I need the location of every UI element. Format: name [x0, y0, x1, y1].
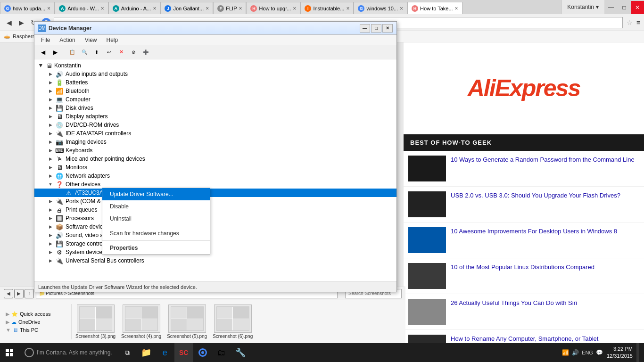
tab-close-btn[interactable]: × [455, 5, 458, 12]
bookmark-star[interactable]: ☆ [627, 19, 633, 26]
browser-tab-8[interactable]: HHow to Take...× [407, 2, 462, 14]
dm-tree-item[interactable]: ▶ 💻 Computer [34, 95, 396, 104]
dm-tree-item[interactable]: ▶ 🖱 Mice and other pointing devices [34, 155, 396, 163]
dm-tree-item[interactable]: ▶ 🔌 IDE ATA/ATAPI controllers [34, 129, 396, 138]
browser-tab-6[interactable]: IInstructable...× [300, 2, 354, 14]
minimize-btn[interactable]: — [604, 1, 618, 14]
task-view-btn[interactable]: ⧉ [118, 343, 137, 362]
quick-access-item[interactable]: ▶ ⭐ Quick access [6, 311, 67, 317]
ctx-item-0[interactable]: Update Driver Software... [102, 188, 210, 200]
dm-tree-item[interactable]: ▼ ❓ Other devices [34, 180, 396, 189]
fe-forward-btn[interactable]: ▶ [14, 289, 24, 298]
dm-menu-help[interactable]: Help [102, 36, 123, 44]
tab-close-btn[interactable]: × [206, 5, 209, 12]
dm-properties-tool[interactable]: 📋 [66, 47, 78, 58]
dm-tree-item[interactable]: ▶ 🌐 Network adapters [34, 172, 396, 180]
dm-tree-item[interactable]: ▶ 🔊 Sound, video ar... [34, 231, 396, 239]
file-explorer-taskbar-btn[interactable]: 📁 [137, 343, 156, 362]
dm-tree-item[interactable]: ▶ ⌨ Keyboards [34, 146, 396, 155]
forward-btn[interactable]: ▶ [16, 17, 26, 28]
dm-update-tool[interactable]: ⬆ [91, 47, 102, 58]
app-btn-5[interactable]: 🔧 [231, 343, 250, 362]
browser-tab-3[interactable]: JJon Gallant...× [160, 2, 213, 14]
tab-close-btn[interactable]: × [400, 5, 403, 12]
tab-close-btn[interactable]: × [346, 5, 349, 12]
browser-tab-1[interactable]: AArduino - W...× [55, 2, 108, 14]
onedrive-item[interactable]: ▶ ☁ OneDrive [6, 319, 67, 325]
dm-tree-item[interactable]: ▶ 🖥 Display adapters [34, 112, 396, 121]
dm-back-tool[interactable]: ◀ [37, 47, 49, 58]
dm-menu-file[interactable]: File [36, 36, 55, 44]
dm-scan-tool[interactable]: 🔍 [79, 47, 90, 58]
fe-back-btn[interactable]: ◀ [4, 289, 13, 298]
dm-tree-root[interactable]: ▶🖥Konstantin [34, 61, 396, 70]
browser-tab-4[interactable]: FFLIP× [213, 2, 246, 14]
dm-tree-item[interactable]: ▶ 📷 Imaging devices [34, 138, 396, 146]
ctx-item-6[interactable]: Properties [102, 242, 210, 254]
dm-tree-item[interactable]: ▶ 🔊 Audio inputs and outputs [34, 70, 396, 78]
dm-tree-item[interactable]: ▶ 🔌 Universal Serial Bus controllers [34, 256, 396, 265]
dm-menu-action[interactable]: Action [55, 36, 80, 44]
dm-menu-view[interactable]: View [80, 36, 102, 44]
screenshot-item[interactable]: Screenshot (5).png [167, 304, 207, 339]
tab-close-btn[interactable]: × [101, 5, 104, 12]
dm-restore-btn[interactable]: □ [371, 24, 381, 33]
edge-taskbar-btn[interactable]: e [156, 343, 174, 362]
back-btn[interactable]: ◀ [4, 17, 14, 28]
article-item[interactable]: 10 Ways to Generate a Random Password fr… [404, 151, 644, 187]
dm-tree-item[interactable]: ▶ 🔋 Batteries [34, 78, 396, 87]
screenshot-item[interactable]: Screenshot (6).png [213, 304, 253, 339]
time-display[interactable]: 3:22 PM 12/31/2015 [607, 346, 633, 360]
article-item[interactable]: 10 of the Most Popular Linux Distributio… [404, 258, 644, 294]
dm-tree-item[interactable]: ▶ 💾 Disk drives [34, 104, 396, 112]
dm-tree-item[interactable]: ▶ 🖥 Monitors [34, 163, 396, 172]
dm-tree-item[interactable]: ⚠ AT32UC3A DFU [34, 189, 396, 197]
tab-close-btn[interactable]: × [153, 5, 156, 12]
fe-up-btn[interactable]: ↑ [25, 289, 34, 298]
cortana-search[interactable]: I'm Cortana. Ask me anything. [19, 343, 118, 362]
dm-add-tool[interactable]: ➕ [140, 47, 151, 58]
dm-uninstall-tool[interactable]: ✕ [116, 47, 127, 58]
user-profile[interactable]: Konstantin ▾ [561, 0, 604, 14]
ctx-item-2[interactable]: Uninstall [102, 213, 210, 225]
ctx-item-4[interactable]: Scan for hardware changes [102, 227, 210, 239]
ctx-item-1[interactable]: Disable [102, 200, 210, 213]
chrome-taskbar-btn[interactable] [193, 343, 212, 362]
dm-forward-tool[interactable]: ▶ [50, 47, 61, 58]
dm-tree-item[interactable]: ▶ 📦 Software device [34, 222, 396, 231]
this-pc-item[interactable]: ▼ 🖥 This PC [6, 327, 67, 333]
dm-tree-item[interactable]: ▶ 📶 Bluetooth [34, 87, 396, 95]
browser-tab-7[interactable]: Gwindows 10...× [354, 2, 407, 14]
dm-tree-item[interactable]: ▶ 🔲 Processors [34, 214, 396, 222]
article-item[interactable]: USB 2.0 vs. USB 3.0: Should You Upgrade … [404, 187, 644, 222]
dm-tree-item[interactable]: ▶ 💿 DVD/CD-ROM drives [34, 121, 396, 129]
dm-tree-item[interactable]: ▶ ⚙ System devices [34, 248, 396, 256]
browser-tab-5[interactable]: HHow to upgr...× [246, 2, 300, 14]
dm-tree-item[interactable]: ▶ 🖨 Print queues [34, 206, 396, 214]
dm-close-btn[interactable]: ✕ [382, 24, 393, 33]
browser-close-btn[interactable]: ✕ [631, 1, 644, 14]
article-item[interactable]: 26 Actually Useful Things You Can Do wit… [404, 294, 644, 330]
article-item[interactable]: 10 Awesome Improvements For Desktop User… [404, 222, 644, 258]
screenshot-item[interactable]: Screenshot (3).png [75, 304, 116, 339]
dm-disable-tool[interactable]: ⊘ [128, 47, 139, 58]
dm-tree-item[interactable]: ▶ 🔌 Ports (COM & L... [34, 197, 396, 206]
app3-taskbar-btn[interactable]: SC [174, 343, 193, 362]
browser-tab-0[interactable]: Ghow to upda...× [0, 2, 55, 14]
dm-tree-item[interactable]: ▶ 💾 Storage controll... [34, 239, 396, 248]
tab-close-btn[interactable]: × [239, 5, 242, 12]
screenshot-item[interactable]: Screenshot (4).png [121, 304, 161, 339]
aliexpress-banner[interactable]: AliExpress [404, 42, 644, 134]
tab-close-btn[interactable]: × [47, 5, 50, 12]
menu-icon[interactable]: ≡ [636, 19, 640, 26]
show-desktop-btn[interactable] [636, 343, 639, 362]
context-menu: Update Driver Software...DisableUninstal… [102, 188, 210, 255]
dm-tree[interactable]: ▶🖥Konstantin ▶ 🔊 Audio inputs and output… [34, 59, 396, 281]
restore-btn[interactable]: □ [618, 1, 631, 14]
browser-tab-2[interactable]: AArduino - A...× [108, 2, 161, 14]
dm-minimize-btn[interactable]: — [360, 24, 370, 33]
explorer-open-btn[interactable]: 🗂 [212, 343, 231, 362]
tab-close-btn[interactable]: × [293, 5, 296, 12]
start-button[interactable] [0, 343, 19, 362]
dm-rollback-tool[interactable]: ↩ [103, 47, 115, 58]
